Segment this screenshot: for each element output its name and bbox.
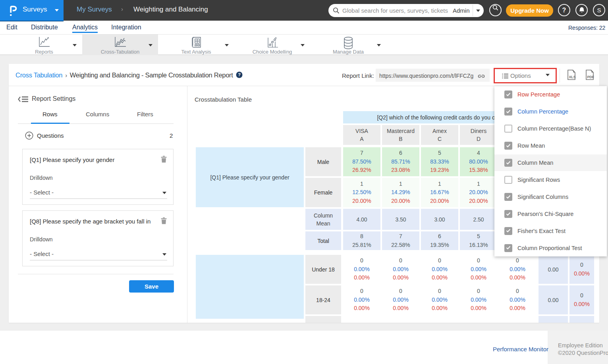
- svg-text:PDF: PDF: [587, 75, 594, 79]
- svg-text:?: ?: [238, 72, 241, 77]
- svg-text:XLS: XLS: [569, 75, 576, 79]
